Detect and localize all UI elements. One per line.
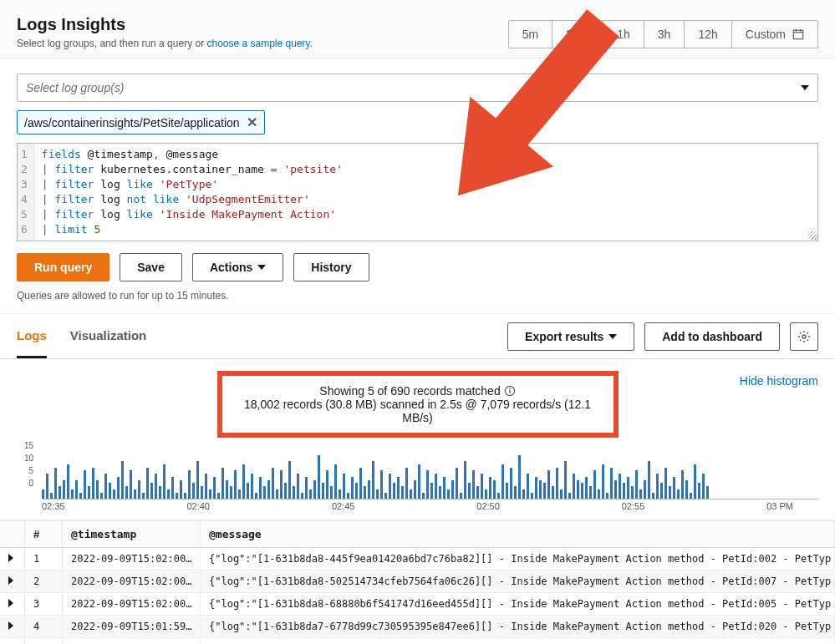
histogram-bar[interactable] [159, 486, 161, 499]
histogram-bar[interactable] [54, 468, 57, 499]
histogram-bar[interactable] [171, 477, 174, 499]
histogram-bar[interactable] [376, 489, 379, 499]
save-button[interactable]: Save [120, 253, 182, 281]
histogram-bar[interactable] [660, 483, 663, 499]
histogram-bar[interactable] [196, 461, 199, 499]
histogram-bar[interactable] [518, 455, 521, 499]
histogram-bar[interactable] [176, 493, 178, 499]
histogram-bar[interactable] [610, 468, 613, 499]
histogram-bar[interactable] [694, 464, 696, 499]
histogram-bar[interactable] [234, 470, 237, 499]
histogram-bar[interactable] [318, 455, 320, 499]
histogram-bar[interactable] [201, 486, 203, 499]
histogram-bar[interactable] [217, 493, 220, 499]
histogram-bar[interactable] [280, 470, 283, 499]
histogram-bar[interactable] [476, 486, 479, 499]
time-1h[interactable]: 1h [603, 21, 644, 48]
histogram-bar[interactable] [42, 489, 44, 499]
histogram-bar[interactable] [430, 483, 433, 499]
histogram-bar[interactable] [577, 480, 579, 499]
settings-button[interactable] [790, 322, 818, 351]
histogram-bar[interactable] [284, 483, 287, 499]
add-to-dashboard-button[interactable]: Add to dashboard [644, 322, 780, 351]
histogram-bar[interactable] [556, 468, 558, 499]
histogram-bar[interactable] [364, 486, 366, 499]
histogram-bar[interactable] [543, 483, 546, 499]
histogram-bar[interactable] [259, 477, 262, 499]
histogram-bar[interactable] [401, 486, 404, 499]
histogram-bar[interactable] [527, 474, 529, 499]
histogram-bar[interactable] [451, 480, 454, 499]
histogram-bar[interactable] [339, 489, 341, 499]
tab-logs[interactable]: Logs [17, 315, 47, 358]
histogram-bar[interactable] [88, 486, 90, 499]
histogram-bar[interactable] [343, 474, 345, 499]
histogram-bar[interactable] [531, 493, 533, 499]
histogram-bar[interactable] [263, 486, 266, 499]
histogram-bar[interactable] [71, 489, 74, 499]
histogram-bar[interactable] [614, 480, 617, 499]
actions-button[interactable]: Actions [192, 253, 283, 281]
histogram-bar[interactable] [656, 474, 659, 499]
histogram-bar[interactable] [276, 489, 278, 499]
history-button[interactable]: History [293, 253, 369, 281]
histogram-bar[interactable] [681, 470, 684, 499]
histogram-bar[interactable] [130, 470, 132, 499]
editor-resize-handle[interactable] [808, 231, 817, 240]
histogram-bar[interactable] [405, 468, 408, 499]
histogram-bar[interactable] [493, 480, 496, 499]
query-editor[interactable]: 1 2 3 4 5 6 fields @timestamp, @message|… [17, 143, 818, 241]
col-message[interactable]: @message [201, 521, 835, 547]
histogram-bar[interactable] [330, 486, 333, 499]
histogram-chart[interactable]: 15 10 5 0 [0, 441, 835, 499]
table-row[interactable]: 52022-09-09T15:01:59…{"log":"[1-631b8da7… [0, 638, 835, 644]
histogram-bar[interactable] [221, 468, 224, 499]
histogram-bar[interactable] [414, 480, 416, 499]
histogram-bar[interactable] [50, 493, 53, 499]
histogram-bar[interactable] [627, 477, 629, 499]
histogram-bar[interactable] [84, 470, 86, 499]
histogram-bar[interactable] [117, 477, 120, 499]
histogram-bar[interactable] [267, 480, 270, 499]
histogram-bar[interactable] [598, 489, 600, 499]
histogram-bar[interactable] [142, 493, 145, 499]
histogram-bar[interactable] [67, 464, 69, 499]
histogram-bar[interactable] [568, 493, 571, 499]
sample-query-link[interactable]: choose a sample query [206, 38, 309, 49]
histogram-bar[interactable] [593, 470, 596, 499]
time-30m[interactable]: 30m [552, 21, 603, 48]
hide-histogram-link[interactable]: Hide histogram [740, 374, 818, 388]
histogram-bar[interactable] [677, 489, 680, 499]
histogram-bar[interactable] [75, 480, 78, 499]
expand-icon[interactable] [8, 599, 13, 607]
histogram-bar[interactable] [238, 489, 241, 499]
time-custom[interactable]: Custom [732, 21, 817, 48]
histogram-bar[interactable] [326, 470, 328, 499]
histogram-bar[interactable] [184, 493, 186, 499]
info-icon[interactable] [504, 385, 516, 397]
histogram-bar[interactable] [664, 468, 667, 499]
histogram-bar[interactable] [297, 474, 299, 499]
histogram-bar[interactable] [272, 468, 274, 499]
histogram-bar[interactable] [251, 474, 253, 499]
histogram-bar[interactable] [418, 464, 420, 499]
time-12h[interactable]: 12h [685, 21, 731, 48]
col-timestamp[interactable]: @timestamp [63, 521, 201, 547]
histogram-bar[interactable] [552, 486, 554, 499]
histogram-bar[interactable] [481, 474, 483, 499]
histogram-bar[interactable] [560, 489, 563, 499]
histogram-bar[interactable] [422, 493, 425, 499]
histogram-bar[interactable] [456, 468, 458, 499]
histogram-bar[interactable] [439, 486, 441, 499]
histogram-bar[interactable] [242, 464, 245, 499]
tab-visualization[interactable]: Visualization [70, 315, 146, 358]
histogram-bar[interactable] [631, 486, 634, 499]
histogram-bar[interactable] [485, 489, 487, 499]
histogram-bar[interactable] [351, 477, 354, 499]
expand-icon[interactable] [8, 554, 13, 562]
histogram-bar[interactable] [639, 489, 642, 499]
time-5m[interactable]: 5m [509, 21, 552, 48]
histogram-bar[interactable] [589, 486, 592, 499]
histogram-bar[interactable] [125, 486, 128, 499]
histogram-bar[interactable] [489, 477, 491, 499]
